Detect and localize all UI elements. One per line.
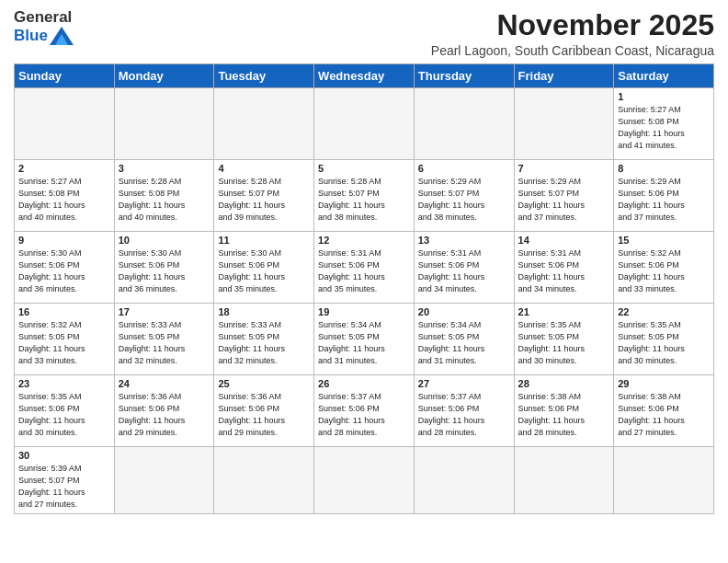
day-info: Sunrise: 5:28 AM Sunset: 5:08 PM Dayligh…: [119, 176, 210, 224]
day-number: 21: [518, 306, 610, 317]
day-number: 16: [18, 306, 110, 317]
calendar-cell: 6Sunrise: 5:29 AM Sunset: 5:07 PM Daylig…: [414, 160, 514, 232]
day-info: Sunrise: 5:37 AM Sunset: 5:06 PM Dayligh…: [418, 391, 510, 439]
day-number: 7: [518, 163, 610, 174]
day-number: 13: [418, 235, 510, 246]
day-number: 18: [218, 306, 310, 317]
calendar-cell: 1Sunrise: 5:27 AM Sunset: 5:08 PM Daylig…: [614, 88, 714, 160]
calendar-cell: 29Sunrise: 5:38 AM Sunset: 5:06 PM Dayli…: [614, 375, 714, 447]
calendar-cell: 26Sunrise: 5:37 AM Sunset: 5:06 PM Dayli…: [314, 375, 415, 447]
day-info: Sunrise: 5:28 AM Sunset: 5:07 PM Dayligh…: [218, 176, 310, 224]
calendar-week-4: 16Sunrise: 5:32 AM Sunset: 5:05 PM Dayli…: [15, 304, 714, 375]
calendar-week-6: 30Sunrise: 5:39 AM Sunset: 5:07 PM Dayli…: [15, 447, 714, 514]
calendar-cell: 25Sunrise: 5:36 AM Sunset: 5:06 PM Dayli…: [214, 375, 314, 447]
day-info: Sunrise: 5:35 AM Sunset: 5:05 PM Dayligh…: [618, 319, 710, 367]
day-number: 10: [119, 235, 210, 246]
calendar-week-5: 23Sunrise: 5:35 AM Sunset: 5:06 PM Dayli…: [15, 375, 714, 447]
calendar-cell: 23Sunrise: 5:35 AM Sunset: 5:06 PM Dayli…: [15, 375, 115, 447]
day-info: Sunrise: 5:29 AM Sunset: 5:06 PM Dayligh…: [618, 176, 710, 224]
calendar-cell: [214, 447, 314, 514]
day-number: 12: [318, 235, 410, 246]
day-info: Sunrise: 5:38 AM Sunset: 5:06 PM Dayligh…: [618, 391, 710, 439]
calendar-week-2: 2Sunrise: 5:27 AM Sunset: 5:08 PM Daylig…: [15, 160, 714, 232]
calendar-cell: 7Sunrise: 5:29 AM Sunset: 5:07 PM Daylig…: [514, 160, 614, 232]
calendar-cell: 11Sunrise: 5:30 AM Sunset: 5:06 PM Dayli…: [214, 232, 314, 304]
calendar-cell: [314, 88, 415, 160]
day-info: Sunrise: 5:34 AM Sunset: 5:05 PM Dayligh…: [418, 319, 510, 367]
day-number: 3: [119, 163, 210, 174]
logo-blue: Blue: [14, 27, 48, 45]
calendar-cell: 28Sunrise: 5:38 AM Sunset: 5:06 PM Dayli…: [514, 375, 614, 447]
calendar-cell: 13Sunrise: 5:31 AM Sunset: 5:06 PM Dayli…: [414, 232, 514, 304]
logo-general: General: [14, 8, 72, 26]
calendar-week-1: 1Sunrise: 5:27 AM Sunset: 5:08 PM Daylig…: [15, 88, 714, 160]
calendar-cell: 4Sunrise: 5:28 AM Sunset: 5:07 PM Daylig…: [214, 160, 314, 232]
day-number: 23: [18, 378, 110, 389]
day-number: 19: [318, 306, 410, 317]
day-number: 8: [618, 163, 710, 174]
calendar-cell: [214, 88, 314, 160]
calendar-cell: [614, 447, 714, 514]
day-number: 11: [218, 235, 310, 246]
calendar: SundayMondayTuesdayWednesdayThursdayFrid…: [14, 63, 714, 514]
weekday-header-sunday: Sunday: [15, 64, 115, 88]
day-number: 2: [18, 163, 110, 174]
day-number: 4: [218, 163, 310, 174]
month-title: November 2025: [431, 9, 714, 41]
day-number: 1: [618, 91, 710, 102]
day-info: Sunrise: 5:36 AM Sunset: 5:06 PM Dayligh…: [218, 391, 310, 439]
weekday-header-friday: Friday: [514, 64, 614, 88]
weekday-header-wednesday: Wednesday: [314, 64, 415, 88]
day-info: Sunrise: 5:33 AM Sunset: 5:05 PM Dayligh…: [119, 319, 210, 367]
day-number: 27: [418, 378, 510, 389]
calendar-cell: 3Sunrise: 5:28 AM Sunset: 5:08 PM Daylig…: [114, 160, 214, 232]
day-number: 5: [318, 163, 410, 174]
day-info: Sunrise: 5:31 AM Sunset: 5:06 PM Dayligh…: [518, 247, 610, 295]
calendar-cell: 9Sunrise: 5:30 AM Sunset: 5:06 PM Daylig…: [15, 232, 115, 304]
calendar-cell: 2Sunrise: 5:27 AM Sunset: 5:08 PM Daylig…: [15, 160, 115, 232]
day-info: Sunrise: 5:37 AM Sunset: 5:06 PM Dayligh…: [318, 391, 410, 439]
calendar-cell: 16Sunrise: 5:32 AM Sunset: 5:05 PM Dayli…: [15, 304, 115, 375]
day-number: 22: [618, 306, 710, 317]
day-number: 14: [518, 235, 610, 246]
day-number: 28: [518, 378, 610, 389]
weekday-header-monday: Monday: [114, 64, 214, 88]
calendar-cell: 17Sunrise: 5:33 AM Sunset: 5:05 PM Dayli…: [114, 304, 214, 375]
day-info: Sunrise: 5:35 AM Sunset: 5:06 PM Dayligh…: [18, 391, 110, 439]
day-info: Sunrise: 5:28 AM Sunset: 5:07 PM Dayligh…: [318, 176, 410, 224]
calendar-cell: [514, 88, 614, 160]
day-info: Sunrise: 5:38 AM Sunset: 5:06 PM Dayligh…: [518, 391, 610, 439]
calendar-cell: [114, 447, 214, 514]
calendar-cell: 10Sunrise: 5:30 AM Sunset: 5:06 PM Dayli…: [114, 232, 214, 304]
logo-icon: [50, 27, 74, 45]
day-info: Sunrise: 5:32 AM Sunset: 5:05 PM Dayligh…: [18, 319, 110, 367]
day-number: 30: [18, 450, 110, 461]
day-number: 25: [218, 378, 310, 389]
calendar-cell: [15, 88, 115, 160]
day-info: Sunrise: 5:30 AM Sunset: 5:06 PM Dayligh…: [119, 247, 210, 295]
calendar-cell: [414, 88, 514, 160]
calendar-cell: [514, 447, 614, 514]
day-number: 17: [119, 306, 210, 317]
day-info: Sunrise: 5:39 AM Sunset: 5:07 PM Dayligh…: [18, 463, 110, 511]
day-info: Sunrise: 5:29 AM Sunset: 5:07 PM Dayligh…: [418, 176, 510, 224]
day-number: 6: [418, 163, 510, 174]
day-info: Sunrise: 5:29 AM Sunset: 5:07 PM Dayligh…: [518, 176, 610, 224]
calendar-cell: [314, 447, 415, 514]
day-info: Sunrise: 5:27 AM Sunset: 5:08 PM Dayligh…: [618, 104, 710, 152]
calendar-cell: 5Sunrise: 5:28 AM Sunset: 5:07 PM Daylig…: [314, 160, 415, 232]
calendar-cell: 30Sunrise: 5:39 AM Sunset: 5:07 PM Dayli…: [15, 447, 115, 514]
day-info: Sunrise: 5:36 AM Sunset: 5:06 PM Dayligh…: [119, 391, 210, 439]
day-info: Sunrise: 5:35 AM Sunset: 5:05 PM Dayligh…: [518, 319, 610, 367]
day-number: 26: [318, 378, 410, 389]
weekday-header-thursday: Thursday: [414, 64, 514, 88]
calendar-cell: 19Sunrise: 5:34 AM Sunset: 5:05 PM Dayli…: [314, 304, 415, 375]
day-info: Sunrise: 5:33 AM Sunset: 5:05 PM Dayligh…: [218, 319, 310, 367]
day-number: 15: [618, 235, 710, 246]
calendar-cell: 22Sunrise: 5:35 AM Sunset: 5:05 PM Dayli…: [614, 304, 714, 375]
logo: General Blue: [14, 9, 74, 45]
day-info: Sunrise: 5:27 AM Sunset: 5:08 PM Dayligh…: [18, 176, 110, 224]
day-info: Sunrise: 5:30 AM Sunset: 5:06 PM Dayligh…: [18, 247, 110, 295]
calendar-cell: 8Sunrise: 5:29 AM Sunset: 5:06 PM Daylig…: [614, 160, 714, 232]
day-info: Sunrise: 5:32 AM Sunset: 5:06 PM Dayligh…: [618, 247, 710, 295]
